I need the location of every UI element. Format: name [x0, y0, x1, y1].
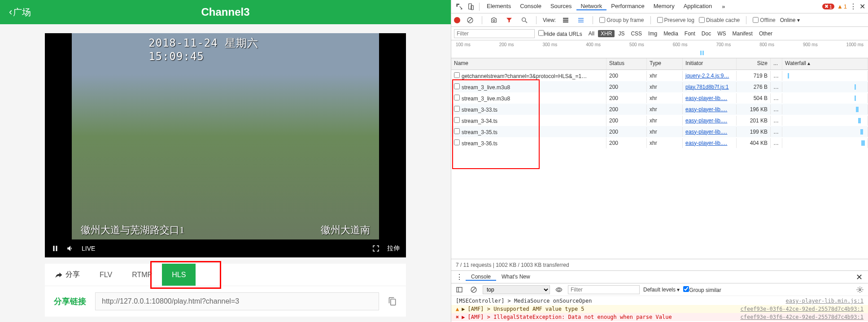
col-name[interactable]: Name — [451, 58, 606, 70]
devtools-tab-application[interactable]: Application — [679, 3, 717, 9]
view-large-icon[interactable] — [562, 17, 569, 24]
group-by-frame-checkbox[interactable]: Group by frame — [599, 17, 644, 23]
row-checkbox[interactable] — [454, 83, 460, 89]
filter-pill-ws[interactable]: WS — [715, 30, 728, 37]
row-checkbox[interactable] — [454, 117, 460, 123]
devtools-close-icon[interactable]: ✕ — [859, 2, 865, 11]
filter-pill-img[interactable]: Img — [646, 30, 660, 37]
filter-pill-media[interactable]: Media — [661, 30, 681, 37]
filter-pill-doc[interactable]: Doc — [699, 30, 714, 37]
fullscreen-icon[interactable] — [372, 244, 380, 252]
col-status[interactable]: Status — [606, 58, 647, 70]
row-checkbox[interactable] — [454, 139, 460, 145]
network-row[interactable]: stream_3-34.ts200xhreasy-player-lib.…201… — [451, 115, 868, 126]
filter-pill-all[interactable]: All — [586, 30, 597, 37]
tab-rtmp[interactable]: RTMP — [122, 264, 162, 286]
console-line-err[interactable]: ✖ ▶ [AMF] > IllegalStateException: Data … — [451, 313, 868, 321]
back-button[interactable]: ‹ 广场 — [9, 6, 31, 18]
stretch-button[interactable]: 拉伸 — [387, 244, 400, 252]
copy-icon[interactable] — [388, 297, 397, 306]
group-similar-checkbox[interactable]: Group similar — [683, 286, 721, 293]
network-timeline[interactable]: 100 ms200 ms300 ms400 ms500 ms600 ms700 … — [451, 40, 868, 58]
tab-flv[interactable]: FLV — [90, 264, 122, 286]
network-row[interactable]: stream_3_live.m3u8200xhrplay.781d8b7f.js… — [451, 81, 868, 92]
row-checkbox[interactable] — [454, 72, 460, 78]
devtools-tab-memory[interactable]: Memory — [649, 3, 679, 9]
console-line-log[interactable]: [MSEController] > MediaSource onSourceOp… — [451, 297, 868, 305]
tab-share[interactable]: 分享 — [45, 264, 90, 286]
request-initiator[interactable]: jquery-2.2.4.js:9… — [685, 73, 729, 79]
tab-hls[interactable]: HLS — [162, 264, 196, 286]
console-source-link[interactable]: easy-player-lib.min.js:1 — [786, 298, 864, 304]
volume-icon[interactable] — [66, 244, 74, 252]
gear-icon[interactable] — [856, 286, 864, 293]
drawer-tab-what-s-new[interactable]: What's New — [496, 274, 536, 280]
preserve-log-checkbox[interactable]: Preserve log — [657, 17, 694, 23]
col-more[interactable]: ... — [771, 58, 782, 70]
filter-funnel-icon[interactable] — [506, 17, 513, 24]
hide-data-urls-checkbox[interactable]: Hide data URLs — [538, 30, 582, 37]
devtools-kebab-icon[interactable]: ⋮ — [850, 2, 857, 11]
filter-pill-manifest[interactable]: Manifest — [730, 30, 755, 37]
inspect-icon[interactable] — [456, 3, 463, 10]
search-icon[interactable] — [521, 17, 528, 24]
camera-icon[interactable] — [490, 17, 497, 24]
drawer-close-icon[interactable]: ✕ — [852, 272, 866, 282]
online-dropdown[interactable]: Online ▾ — [780, 17, 800, 23]
filter-pill-font[interactable]: Font — [682, 30, 698, 37]
log-levels-dropdown[interactable]: Default levels ▾ — [643, 287, 680, 293]
share-url-input[interactable] — [95, 292, 379, 310]
svg-line-16 — [472, 288, 475, 292]
request-initiator[interactable]: play.781d8b7f.js:1 — [685, 84, 729, 90]
col-size[interactable]: Size — [737, 58, 771, 70]
page-title: Channel3 — [201, 6, 249, 18]
devtools-tab-more[interactable]: » — [717, 0, 729, 13]
drawer-tab-console[interactable]: Console — [466, 274, 496, 281]
error-count-badge[interactable]: ✖ 1 — [822, 4, 834, 9]
pause-icon[interactable] — [51, 244, 59, 252]
request-initiator[interactable]: easy-player-lib.… — [685, 140, 727, 146]
context-selector[interactable]: top — [483, 285, 550, 294]
video-player[interactable]: 2018-11-24 星期六 15:09:45 徽州大道与芜湖路交口1 徽州大道… — [45, 33, 406, 257]
network-row[interactable]: stream_3-35.ts200xhreasy-player-lib.…199… — [451, 126, 868, 137]
filter-pill-other[interactable]: Other — [756, 30, 775, 37]
request-initiator[interactable]: easy-player-lib.… — [685, 117, 727, 124]
row-checkbox[interactable] — [454, 95, 460, 100]
device-toggle-icon[interactable] — [467, 3, 475, 10]
sidebar-toggle-icon[interactable] — [456, 286, 463, 293]
warning-count-badge[interactable]: ▲ 1 — [837, 3, 847, 10]
disable-cache-checkbox[interactable]: Disable cache — [699, 17, 740, 23]
filter-pill-xhr[interactable]: XHR — [598, 30, 615, 37]
console-source-link[interactable]: cfeef93e-03f6-42ce-92ed-25578d7c4b93:1 — [740, 306, 864, 312]
devtools-tab-console[interactable]: Console — [515, 3, 546, 9]
col-initiator[interactable]: Initiator — [683, 58, 737, 70]
devtools-tab-network[interactable]: Network — [576, 3, 607, 10]
network-row[interactable]: stream_3_live.m3u8200xhreasy-player-lib.… — [451, 92, 868, 104]
network-row[interactable]: stream_3-33.ts200xhreasy-player-lib.…196… — [451, 104, 868, 115]
console-line-warn[interactable]: ▲ ▶ [AMF] > Unsupported AMF value type 5… — [451, 305, 868, 313]
filter-pill-css[interactable]: CSS — [628, 30, 645, 37]
eye-icon[interactable] — [555, 286, 563, 293]
clear-console-icon[interactable] — [470, 286, 477, 293]
console-source-link[interactable]: cfeef93e-03f6-42ce-92ed-25578d7c4b93:1 — [740, 314, 864, 320]
network-row[interactable]: getchannelstream?channel=3&protocol=HLS&… — [451, 70, 868, 81]
devtools-tab-sources[interactable]: Sources — [546, 3, 576, 9]
devtools-tab-elements[interactable]: Elements — [482, 3, 515, 9]
drawer-kebab-icon[interactable]: ⋮ — [453, 273, 466, 281]
request-initiator[interactable]: easy-player-lib.… — [685, 95, 727, 101]
devtools-tab-performance[interactable]: Performance — [606, 3, 649, 9]
col-type[interactable]: Type — [647, 58, 683, 70]
clear-icon[interactable] — [467, 17, 474, 24]
filter-pill-js[interactable]: JS — [615, 30, 627, 37]
offline-checkbox[interactable]: Offline — [753, 17, 775, 23]
view-small-icon[interactable] — [577, 17, 584, 24]
network-row[interactable]: stream_3-36.ts200xhreasy-player-lib.…404… — [451, 137, 868, 148]
col-waterfall[interactable]: Waterfall ▴ — [782, 58, 868, 70]
record-button[interactable] — [454, 17, 460, 23]
console-filter-input[interactable] — [568, 285, 640, 294]
row-checkbox[interactable] — [454, 128, 460, 134]
row-checkbox[interactable] — [454, 106, 460, 112]
network-filter-input[interactable] — [454, 29, 535, 38]
request-initiator[interactable]: easy-player-lib.… — [685, 106, 727, 113]
request-initiator[interactable]: easy-player-lib.… — [685, 129, 727, 135]
